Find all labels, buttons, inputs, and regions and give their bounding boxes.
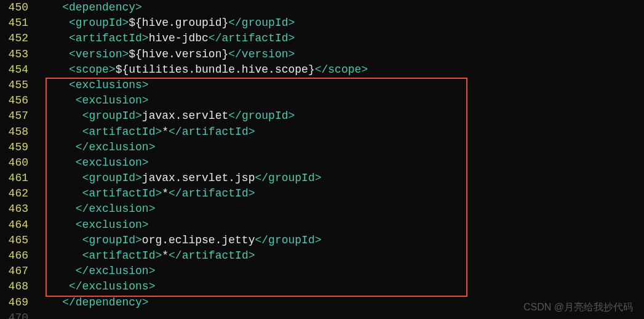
code-line: <artifactId>*</artifactId>	[36, 248, 644, 264]
line-number-gutter: 450 451 452 453 454 455 456 457 458 459 …	[0, 0, 36, 319]
xml-value: javax.servlet	[142, 110, 228, 122]
xml-tag: <exclusion>	[76, 94, 149, 107]
xml-tag: <groupId>	[82, 172, 142, 184]
line-number: 462	[0, 186, 28, 201]
xml-value: org.eclipse.jetty	[142, 234, 255, 246]
line-number: 455	[0, 78, 28, 93]
line-number: 468	[0, 279, 28, 294]
code-line: <dependency>	[36, 0, 644, 15]
xml-tag: </groupId>	[255, 172, 321, 184]
code-editor[interactable]: 450 451 452 453 454 455 456 457 458 459 …	[0, 0, 644, 319]
code-line: <artifactId>*</artifactId>	[36, 124, 644, 140]
line-number: 456	[0, 93, 28, 108]
line-number: 470	[0, 310, 28, 319]
xml-tag: <dependency>	[62, 1, 142, 14]
xml-value: hive-jdbc	[149, 32, 209, 44]
xml-tag: <version>	[69, 48, 129, 60]
xml-tag: <artifactId>	[82, 126, 162, 138]
xml-tag: <artifactId>	[82, 187, 162, 200]
code-content[interactable]: <dependency> <groupId>${hive.groupid}</g…	[36, 0, 644, 319]
xml-value: ${hive.version}	[129, 48, 228, 60]
line-number: 466	[0, 248, 28, 264]
line-number: 464	[0, 217, 28, 233]
code-line: <exclusion>	[36, 155, 644, 171]
code-line: <version>${hive.version}</version>	[36, 47, 644, 62]
xml-tag: </dependency>	[62, 296, 148, 309]
xml-tag: </artifactId>	[209, 32, 295, 44]
line-number: 461	[0, 171, 28, 186]
watermark-text: CSDN @月亮给我抄代码	[523, 301, 633, 314]
code-line: <artifactId>hive-jdbc</artifactId>	[36, 31, 644, 46]
code-line: <exclusion>	[36, 93, 644, 108]
xml-value: *	[162, 187, 169, 200]
line-number: 458	[0, 124, 28, 140]
xml-tag: </artifactId>	[169, 187, 255, 200]
line-number: 454	[0, 62, 28, 78]
code-line: </exclusion>	[36, 201, 644, 217]
line-number: 465	[0, 233, 28, 248]
xml-value: *	[162, 249, 169, 262]
xml-tag: </exclusions>	[69, 280, 155, 293]
xml-tag: </groupId>	[228, 17, 295, 29]
code-line: </exclusions>	[36, 279, 644, 294]
xml-tag: <artifactId>	[82, 249, 162, 262]
xml-tag: </artifactId>	[169, 126, 255, 138]
xml-value: ${hive.groupid}	[129, 17, 228, 29]
code-line: <scope>${utilities.bundle.hive.scope}</s…	[36, 62, 644, 78]
xml-tag: <groupId>	[69, 17, 129, 29]
code-line: <exclusion>	[36, 217, 644, 233]
xml-tag: </scope>	[315, 63, 368, 76]
xml-tag: </exclusion>	[76, 203, 156, 215]
line-number: 469	[0, 295, 28, 310]
code-line: <groupId>javax.servlet.jsp</groupId>	[36, 171, 644, 186]
xml-value: *	[162, 126, 169, 138]
code-line: <exclusions>	[36, 78, 644, 93]
xml-tag: <groupId>	[82, 234, 142, 246]
xml-tag: </version>	[228, 48, 295, 60]
xml-tag: <exclusion>	[76, 219, 149, 231]
xml-tag: </exclusion>	[76, 141, 156, 153]
xml-tag: <scope>	[69, 63, 116, 76]
line-number: 452	[0, 31, 28, 46]
xml-tag: </groupId>	[228, 110, 295, 122]
line-number: 450	[0, 0, 28, 15]
xml-tag: <artifactId>	[69, 32, 149, 44]
code-line: <groupId>${hive.groupid}</groupId>	[36, 15, 644, 31]
line-number: 451	[0, 15, 28, 31]
xml-value: javax.servlet.jsp	[142, 172, 255, 184]
code-line: <groupId>javax.servlet</groupId>	[36, 108, 644, 124]
line-number: 460	[0, 155, 28, 171]
xml-tag: <groupId>	[82, 110, 142, 122]
line-number: 459	[0, 140, 28, 155]
xml-value: ${utilities.bundle.hive.scope}	[116, 63, 315, 76]
code-line: <artifactId>*</artifactId>	[36, 186, 644, 201]
xml-tag: <exclusions>	[69, 79, 149, 91]
code-line: </exclusion>	[36, 140, 644, 155]
code-line: <groupId>org.eclipse.jetty</groupId>	[36, 233, 644, 248]
line-number: 463	[0, 201, 28, 217]
code-line: </exclusion>	[36, 264, 644, 279]
xml-tag: </groupId>	[255, 234, 321, 246]
xml-tag: </exclusion>	[76, 265, 156, 277]
xml-tag: </artifactId>	[169, 249, 255, 262]
line-number: 467	[0, 264, 28, 279]
xml-tag: <exclusion>	[76, 156, 149, 169]
line-number: 453	[0, 47, 28, 62]
line-number: 457	[0, 108, 28, 124]
